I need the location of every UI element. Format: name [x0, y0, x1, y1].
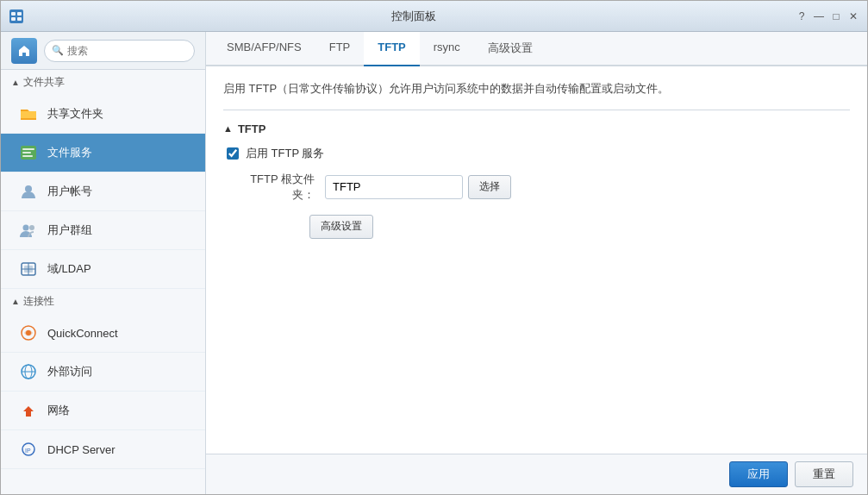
section-tftp-title: TFTP — [238, 122, 266, 135]
select-button[interactable]: 选择 — [468, 175, 511, 199]
quickconnect-icon — [18, 323, 39, 343]
svg-rect-3 — [11, 17, 16, 21]
root-folder-label: TFTP 根文件夹： — [237, 172, 315, 203]
group-icon — [18, 220, 39, 241]
home-button[interactable] — [11, 38, 37, 64]
sidebar-item-user-account-label: 用户帐号 — [47, 184, 92, 199]
enable-tftp-label: 启用 TFTP 服务 — [246, 146, 324, 161]
tab-tftp[interactable]: TFTP — [364, 32, 420, 66]
tab-ftp[interactable]: FTP — [315, 32, 365, 66]
sidebar-item-network[interactable]: 网络 — [1, 392, 205, 430]
app-icon — [8, 8, 25, 25]
sidebar: 🔍 ▲ 文件共享 共享文件夹 — [1, 32, 206, 494]
section-file-share-label: 文件共享 — [23, 75, 65, 90]
svg-point-11 — [29, 225, 34, 230]
tab-rsync[interactable]: rsync — [420, 32, 474, 66]
svg-rect-2 — [17, 12, 22, 16]
sidebar-item-shared-folder[interactable]: 共享文件夹 — [1, 95, 205, 134]
globe-icon — [18, 361, 39, 382]
section-divider — [223, 110, 850, 110]
sidebar-item-dhcp[interactable]: IP DHCP Server — [1, 430, 205, 469]
svg-rect-8 — [22, 155, 33, 157]
section-file-share[interactable]: ▲ 文件共享 — [1, 70, 205, 95]
sidebar-item-domain-ldap[interactable]: 域/LDAP — [1, 250, 205, 289]
sidebar-item-shared-folder-label: 共享文件夹 — [47, 106, 103, 122]
content-area: 启用 TFTP（日常文件传输协议）允许用户访问系统中的数据并自动传输配置或启动文… — [206, 66, 867, 454]
sidebar-item-external-access[interactable]: 外部访问 — [1, 353, 205, 392]
main-window: 控制面板 ? — □ ✕ 🔍 ▲ 文 — [0, 0, 868, 495]
svg-rect-0 — [9, 9, 23, 23]
sidebar-item-dhcp-label: DHCP Server — [47, 443, 116, 456]
tabs-bar: SMB/AFP/NFS FTP TFTP rsync 高级设置 — [206, 32, 867, 66]
help-button[interactable]: ? — [795, 9, 809, 23]
section-connectivity[interactable]: ▲ 连接性 — [1, 289, 205, 314]
advanced-settings-button[interactable]: 高级设置 — [309, 215, 373, 239]
right-panel: SMB/AFP/NFS FTP TFTP rsync 高级设置 启用 TFTP（… — [206, 32, 867, 494]
sidebar-item-quickconnect-label: QuickConnect — [47, 327, 118, 340]
network-icon — [18, 400, 39, 421]
sidebar-item-file-service[interactable]: 文件服务 — [1, 134, 205, 172]
svg-rect-1 — [11, 12, 16, 16]
tab-advanced[interactable]: 高级设置 — [474, 32, 546, 66]
search-input[interactable] — [67, 45, 187, 57]
sidebar-item-user-group-label: 用户群组 — [47, 222, 92, 238]
sidebar-item-user-account[interactable]: 用户帐号 — [1, 172, 205, 211]
section-collapse-arrow: ▲ — [223, 123, 233, 134]
root-folder-input[interactable] — [325, 175, 463, 199]
svg-point-17 — [26, 330, 31, 335]
enable-tftp-checkbox[interactable] — [227, 147, 239, 160]
enable-tftp-row: 启用 TFTP 服务 — [223, 146, 850, 161]
minimize-button[interactable]: — — [812, 9, 826, 23]
window-controls: ? — □ ✕ — [795, 9, 860, 23]
close-button[interactable]: ✕ — [846, 9, 860, 23]
apply-button[interactable]: 应用 — [729, 461, 788, 487]
file-service-icon — [18, 142, 39, 163]
domain-icon — [18, 259, 39, 279]
sidebar-item-domain-ldap-label: 域/LDAP — [47, 261, 91, 277]
reset-button[interactable]: 重置 — [795, 461, 853, 487]
sidebar-item-external-access-label: 外部访问 — [47, 364, 92, 379]
search-icon: 🔍 — [52, 45, 64, 56]
root-folder-row: TFTP 根文件夹： 选择 — [223, 172, 850, 203]
sidebar-item-network-label: 网络 — [47, 403, 70, 418]
section-connectivity-label: 连接性 — [23, 294, 54, 309]
svg-rect-6 — [22, 148, 34, 150]
tab-smb[interactable]: SMB/AFP/NFS — [213, 32, 315, 66]
search-box[interactable]: 🔍 — [44, 40, 195, 62]
svg-rect-7 — [22, 152, 31, 154]
bottom-bar: 应用 重置 — [206, 454, 867, 494]
window-title: 控制面板 — [32, 9, 795, 24]
sidebar-item-quickconnect[interactable]: QuickConnect — [1, 314, 205, 353]
svg-point-9 — [25, 185, 32, 192]
folder-icon — [18, 103, 39, 124]
sidebar-item-user-group[interactable]: 用户群组 — [1, 211, 205, 250]
svg-point-10 — [23, 225, 29, 231]
dhcp-icon: IP — [18, 439, 39, 460]
main-content: 🔍 ▲ 文件共享 共享文件夹 — [1, 32, 867, 494]
svg-text:IP: IP — [25, 448, 31, 454]
svg-rect-4 — [17, 17, 22, 21]
user-icon — [18, 181, 39, 202]
section-arrow: ▲ — [11, 78, 20, 87]
advanced-row: 高级设置 — [223, 211, 850, 239]
sidebar-home: 🔍 — [1, 32, 205, 70]
connectivity-arrow: ▲ — [11, 297, 20, 306]
sidebar-item-file-service-label: 文件服务 — [47, 145, 92, 160]
maximize-button[interactable]: □ — [829, 9, 843, 23]
section-tftp-header[interactable]: ▲ TFTP — [223, 122, 850, 135]
title-bar: 控制面板 ? — □ ✕ — [1, 1, 867, 32]
description-text: 启用 TFTP（日常文件传输协议）允许用户访问系统中的数据并自动传输配置或启动文… — [223, 80, 850, 97]
